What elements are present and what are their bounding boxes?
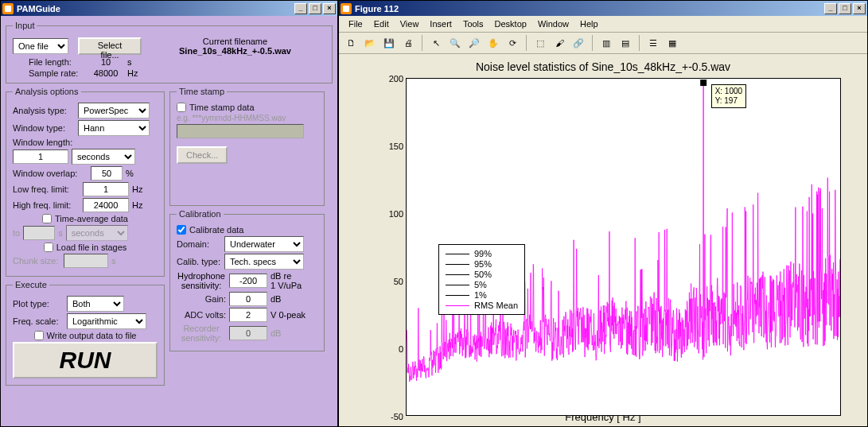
gain-input[interactable] (229, 292, 267, 306)
filename-caption: Current filename (145, 37, 325, 46)
menu-file[interactable]: File (344, 17, 368, 30)
timestamp-checkbox[interactable]: Time stamp data (177, 103, 255, 112)
zoom-in-icon[interactable]: 🔍 (446, 34, 464, 52)
minimize-button[interactable]: _ (824, 3, 837, 14)
check-timestamp-button: Check... (177, 146, 228, 164)
close-button[interactable]: × (853, 3, 866, 14)
plot-area[interactable]: Noise level statistics of Sine_10s_48kHz… (339, 54, 867, 426)
timestamp-pattern-input (177, 124, 304, 138)
calibration-group: Calibration Calibrate data Domain:Underw… (169, 209, 325, 351)
minimize-button[interactable]: _ (294, 3, 307, 14)
open-icon[interactable]: 📂 (361, 34, 379, 52)
print-icon[interactable]: 🖨 (399, 34, 417, 52)
file-length-value: 10 (88, 57, 124, 67)
menu-help[interactable]: Help (575, 17, 603, 30)
fig-titlebar[interactable]: Figure 112 _ □ × (339, 1, 867, 16)
menubar: FileEditViewInsertToolsDesktopWindowHelp (339, 16, 867, 33)
layout-icon[interactable]: ▦ (664, 34, 681, 52)
pamguide-window: PAMGuide _ □ × Input One file Select fil… (0, 0, 338, 427)
svg-rect-0 (700, 80, 706, 86)
low-freq-input[interactable] (83, 182, 129, 196)
data-cursor-tooltip: X: 1000Y: 197 (711, 84, 746, 108)
select-file-button[interactable]: Select file... (78, 37, 142, 55)
window-overlap-input[interactable] (91, 166, 123, 181)
zoom-out-icon[interactable]: 🔎 (465, 34, 483, 52)
adc-input[interactable] (229, 308, 267, 322)
load-stages-checkbox[interactable]: Load file in stages (44, 243, 127, 252)
recorder-input (229, 326, 267, 340)
menu-view[interactable]: View (395, 17, 424, 30)
figure-window: Figure 112 _ □ × FileEditViewInsertTools… (338, 0, 868, 427)
menu-desktop[interactable]: Desktop (490, 17, 531, 30)
axes[interactable]: 99%95%50%5%1%RMS Mean X: 1000Y: 197 -500… (406, 78, 841, 416)
hydrophone-input[interactable] (229, 274, 267, 288)
window-length-input[interactable] (13, 149, 68, 164)
maximize-button[interactable]: □ (839, 3, 851, 14)
time-avg-to-input (23, 226, 55, 240)
input-group: Input One file Select file... Current fi… (6, 21, 333, 83)
app-icon (341, 3, 352, 14)
execute-group: Execute Plot type:Both Freq. scale:Logar… (6, 280, 165, 386)
menu-window[interactable]: Window (533, 17, 574, 30)
analysis-type-select[interactable]: PowerSpec (78, 103, 150, 118)
pam-title: PAMGuide (17, 4, 60, 14)
plot-type-select[interactable]: Both (67, 296, 124, 312)
time-avg-checkbox[interactable]: Time-average data (42, 214, 128, 223)
legend[interactable]: 99%95%50%5%1%RMS Mean (438, 244, 525, 315)
source-select[interactable]: One file (13, 38, 68, 54)
run-button[interactable]: RUN (13, 342, 158, 378)
freq-scale-select[interactable]: Logarithmic (67, 313, 146, 329)
pam-titlebar[interactable]: PAMGuide _ □ × (1, 1, 337, 16)
input-legend: Input (13, 21, 37, 30)
new-icon[interactable]: 🗋 (342, 34, 360, 52)
time-avg-unit-select: seconds (66, 225, 128, 241)
chunk-size-input (64, 254, 108, 268)
columns-icon[interactable]: ☰ (644, 34, 662, 52)
chart-title: Noise level statistics of Sine_10s_48kHz… (339, 60, 867, 73)
close-button[interactable]: × (323, 3, 336, 14)
high-freq-input[interactable] (83, 198, 129, 212)
current-filename: Sine_10s_48kHz_+-0.5.wav (145, 46, 325, 56)
analysis-group: Analysis options Analysis type:PowerSpec… (6, 87, 165, 277)
app-icon (2, 3, 14, 14)
brush-icon[interactable]: 🖌 (551, 34, 568, 52)
toolbar: 🗋📂💾🖨↖🔍🔎✋⟳⬚🖌🔗▥▤☰▦ (339, 33, 867, 54)
menu-insert[interactable]: Insert (425, 17, 457, 30)
domain-select[interactable]: Underwater (224, 236, 304, 252)
window-length-unit-select[interactable]: seconds (72, 149, 135, 165)
link-icon[interactable]: 🔗 (570, 34, 587, 52)
save-icon[interactable]: 💾 (380, 34, 398, 52)
calibrate-checkbox[interactable]: Calibrate data (177, 225, 244, 235)
legend-icon[interactable]: ▤ (617, 34, 634, 52)
maximize-button[interactable]: □ (309, 3, 321, 14)
fig-title: Figure 112 (355, 4, 399, 14)
pan-icon[interactable]: ✋ (485, 34, 502, 52)
rotate3d-icon[interactable]: ⟳ (504, 34, 521, 52)
sample-rate-value: 48000 (88, 68, 124, 78)
window-type-select[interactable]: Hann (78, 120, 150, 136)
calib-type-select[interactable]: Tech. specs (224, 254, 304, 270)
datacursor-icon[interactable]: ⬚ (531, 34, 549, 52)
pointer-icon[interactable]: ↖ (427, 34, 445, 52)
colorbar-icon[interactable]: ▥ (597, 34, 615, 52)
timestamp-group: Time stamp Time stamp data e.g. ***yymmd… (169, 87, 325, 206)
menu-edit[interactable]: Edit (369, 17, 394, 30)
menu-tools[interactable]: Tools (458, 17, 488, 30)
write-output-checkbox[interactable]: Write output data to file (34, 331, 137, 340)
